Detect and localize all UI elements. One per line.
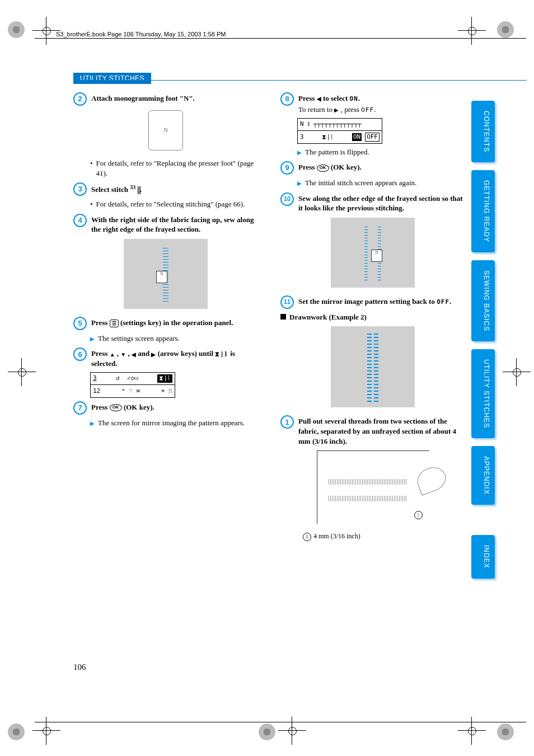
step-badge: 5 xyxy=(73,317,87,330)
step-badge: 8 xyxy=(280,92,294,106)
presser-foot-illustration: N xyxy=(148,110,183,151)
sewing-illustration: N xyxy=(331,218,415,288)
mirror-glyph-icon: ⧗|⧘ xyxy=(215,350,228,358)
subheading: Drawnwork (Example 2) xyxy=(280,312,465,322)
left-column: 2 Attach monogramming foot "N". N • For … xyxy=(73,92,258,541)
step-2: 2 Attach monogramming foot "N". xyxy=(73,92,258,106)
ok-key-icon: OK xyxy=(110,404,122,411)
step-5: 5 Press ☰ (settings key) in the operatio… xyxy=(73,317,258,330)
tab-contents[interactable]: CONTENTS xyxy=(471,101,495,162)
tab-getting-ready[interactable]: GETTING READY xyxy=(471,170,495,252)
down-arrow-icon: ▼ xyxy=(120,351,126,359)
triangle-icon: ▶ xyxy=(297,178,302,188)
triangle-icon: ▶ xyxy=(90,334,95,344)
bullet-note: • For details, refer to "Selecting stitc… xyxy=(90,199,258,209)
page-number: 106 xyxy=(73,663,86,672)
step-text: Sew along the other edge of the frayed s… xyxy=(298,192,465,213)
square-bullet-icon xyxy=(280,314,286,320)
running-header: S3_brotherE.book Page 106 Thursday, May … xyxy=(56,31,226,37)
step-9: 9 Press OK (OK key). xyxy=(280,161,465,175)
crop-mark-icon xyxy=(463,722,480,739)
callout-1: 14 mm (3/16 inch) xyxy=(303,532,465,541)
crop-mark-icon xyxy=(38,22,55,39)
step-11: 11 Set the mirror image pattern setting … xyxy=(280,295,465,309)
tab-index[interactable]: INDEX xyxy=(471,535,495,579)
right-arrow-icon: ▶ xyxy=(151,351,156,359)
step-4: 4 With the right side of the fabric faci… xyxy=(73,214,258,234)
step-badge: 6 xyxy=(73,348,87,361)
bullet-note: • For details, refer to "Replacing the p… xyxy=(90,158,258,178)
tab-appendix[interactable]: APPENDIX xyxy=(471,446,495,505)
registration-mark-icon xyxy=(8,724,25,740)
step-text: Press ◀ to select ON. To return to ▶ , p… xyxy=(298,92,465,115)
step-badge: 1 xyxy=(280,415,294,429)
lcd-screen: N⫴ ┬┬┬┬┬┬┬┬┬┬┬┬┬ 3 ⧗|⧘ ONOFF xyxy=(297,118,382,144)
result-note: ▶ The settings screen appears. xyxy=(90,334,258,344)
tab-sewing-basics[interactable]: SEWING BASICS xyxy=(471,260,495,341)
stitch-pattern-icon: ⫴ xyxy=(307,120,310,129)
step-text: Set the mirror image pattern setting bac… xyxy=(298,295,465,307)
side-tabs: CONTENTS GETTING READY SEWING BASICS UTI… xyxy=(471,101,495,579)
step-text: With the right side of the fabric facing… xyxy=(91,214,258,234)
crop-mark-icon xyxy=(508,364,525,381)
step-6: 6 Press ▲ , ▼ , ◀ and ▶ (arrow keys) unt… xyxy=(73,348,258,368)
tab-utility-stitches[interactable]: UTILITY STITCHES xyxy=(471,349,495,438)
step-text: Pull out several threads from two sectio… xyxy=(298,415,465,446)
left-arrow-icon: ◀ xyxy=(132,351,136,359)
registration-mark-icon xyxy=(497,724,514,740)
crop-line xyxy=(35,38,526,39)
lcd-screen: 3 ↺ ✓◇▭ ⧗|⧘ 12 ᵚ ♡ ∞ + ⎍ xyxy=(90,372,175,398)
step-text: Press ☰ (settings key) in the operation … xyxy=(91,317,258,328)
step-text: Press OK (OK key). xyxy=(298,161,465,172)
left-arrow-icon: ◀ xyxy=(317,95,321,103)
step-text: Select stitch 33 . xyxy=(91,182,258,195)
crop-mark-icon xyxy=(38,722,55,739)
registration-mark-icon xyxy=(8,21,25,38)
registration-mark-icon xyxy=(259,724,275,740)
step-badge: 11 xyxy=(280,295,294,309)
drawnwork-illustration xyxy=(331,326,415,407)
crop-mark-icon xyxy=(463,22,480,39)
step-badge: 3 xyxy=(73,182,87,196)
step-text: Press ▲ , ▼ , ◀ and ▶ (arrow keys) until… xyxy=(91,348,258,368)
page-content: 2 Attach monogramming foot "N". N • For … xyxy=(73,92,465,541)
step-text: Attach monogramming foot "N". xyxy=(91,92,258,104)
crop-mark-icon xyxy=(284,722,301,739)
callout-1-marker: 1 xyxy=(414,511,423,519)
crop-line xyxy=(35,722,526,722)
step-10: 10 Sew along the other edge of the fraye… xyxy=(280,192,465,213)
step-badge: 10 xyxy=(280,192,294,206)
sewing-illustration: N xyxy=(124,239,208,309)
ex2-step-1: 1 Pull out several threads from two sect… xyxy=(280,415,465,446)
registration-mark-icon xyxy=(497,21,514,38)
section-rule xyxy=(73,80,527,81)
step-7: 7 Press OK (OK key). xyxy=(73,401,258,415)
ok-key-icon: OK xyxy=(317,165,329,172)
step-badge: 4 xyxy=(73,214,87,227)
step-text: Press OK (OK key). xyxy=(91,401,258,412)
mirror-glyph-selected: ⧗|⧘ xyxy=(157,374,172,383)
step-badge: 7 xyxy=(73,401,87,415)
result-note: ▶ The initial stitch screen appears agai… xyxy=(297,178,465,188)
triangle-icon: ▶ xyxy=(297,147,302,157)
settings-key-icon: ☰ xyxy=(110,320,119,327)
triangle-icon: ▶ xyxy=(90,418,95,428)
fabric-illustration: 1 xyxy=(317,450,429,524)
up-arrow-icon: ▲ xyxy=(110,351,115,359)
crop-mark-icon xyxy=(13,364,30,381)
result-note: ▶ The screen for mirror imaging the patt… xyxy=(90,418,258,428)
step-badge: 9 xyxy=(280,161,294,175)
right-column: 8 Press ◀ to select ON. To return to ▶ ,… xyxy=(280,92,465,541)
section-header: UTILITY STITCHES xyxy=(73,73,151,84)
step-badge: 2 xyxy=(73,92,87,106)
step-3: 3 Select stitch 33 . xyxy=(73,182,258,196)
step-8: 8 Press ◀ to select ON. To return to ▶ ,… xyxy=(280,92,465,115)
result-note: ▶ The pattern is flipped. xyxy=(297,147,465,157)
